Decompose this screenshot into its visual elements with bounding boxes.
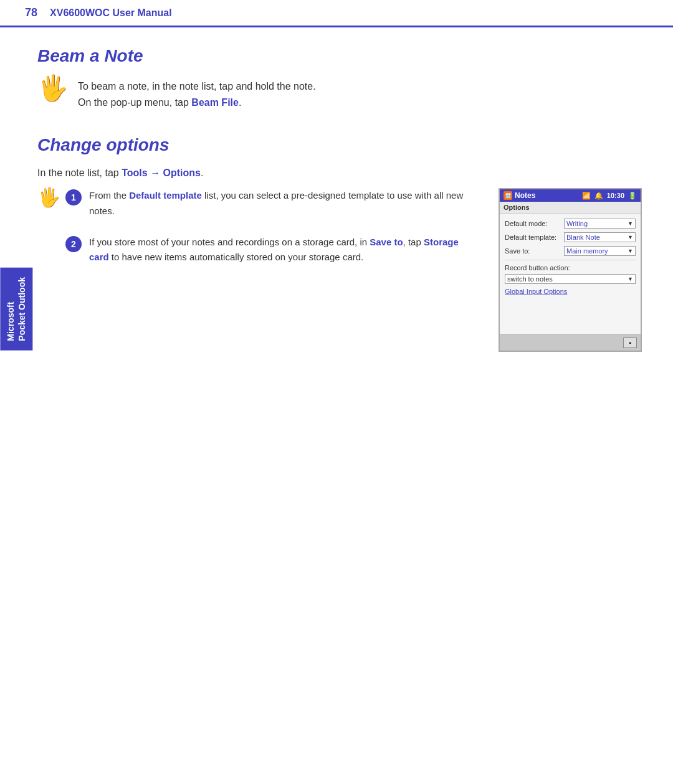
default-template-dropdown[interactable]: Blank Note ▼: [564, 232, 636, 242]
titlebar-battery: 🔋: [628, 192, 637, 200]
titlebar-sound: 🔔: [594, 192, 603, 200]
titlebar-signal: 📶: [582, 192, 591, 200]
menu-label: Options: [504, 204, 530, 211]
side-tab-label: Microsoft Pocket Outlook: [0, 268, 32, 351]
beam-hand-icon: 🖐: [37, 75, 69, 100]
intro-paragraph: In the note list, tap Tools → Options.: [37, 168, 642, 179]
beam-section: Beam a Note 🖐 To beam a note, in the not…: [37, 46, 642, 110]
global-input-link[interactable]: Global Input Options: [505, 288, 636, 295]
screenshot-footer: ▪: [500, 334, 641, 351]
step-2-icons: 🖐 2: [37, 235, 82, 253]
record-label: Record button action:: [505, 264, 636, 272]
default-template-label: Default template:: [505, 234, 564, 241]
divider: [505, 260, 636, 260]
step1-hand-icon: 🖐: [37, 188, 60, 207]
titlebar-right: 📶 🔔 10:30 🔋: [582, 192, 637, 200]
record-dropdown-arrow: ▼: [628, 276, 633, 282]
beam-heading: Beam a Note: [37, 46, 642, 66]
beam-description: To beam a note, in the note list, tap an…: [78, 78, 316, 110]
screenshot-panel: 🪟 Notes 📶 🔔 10:30 🔋 Options: [499, 188, 642, 352]
steps-layout: 🖐 1 From the Default template list, you …: [37, 188, 642, 352]
save-to-row: Save to: Main memory ▼: [505, 246, 636, 256]
app-icon: 🪟: [504, 191, 512, 200]
beam-note-row: 🖐 To beam a note, in the note list, tap …: [37, 78, 642, 110]
step-1-icons: 🖐 1: [37, 188, 82, 207]
screenshot-titlebar: 🪟 Notes 📶 🔔 10:30 🔋: [500, 189, 641, 202]
page-header: 78 XV6600WOC User Manual: [0, 0, 673, 27]
default-mode-dropdown[interactable]: Writing ▼: [564, 219, 636, 229]
change-options-section: Change options In the note list, tap Too…: [37, 135, 642, 352]
default-mode-label: Default mode:: [505, 220, 564, 227]
dropdown3-arrow: ▼: [628, 248, 633, 254]
beam-file-link: Beam File: [191, 97, 239, 108]
titlebar-time: 10:30: [607, 192, 624, 199]
tools-options-link: Tools → Options: [122, 168, 201, 178]
step-1-row: 🖐 1 From the Default template list, you …: [37, 188, 480, 219]
manual-title: XV6600WOC User Manual: [50, 7, 172, 19]
step1-text: From the Default template list, you can …: [89, 188, 480, 219]
steps-column: 🖐 1 From the Default template list, you …: [37, 188, 480, 281]
step-2-row: 🖐 2 If you store most of your notes and …: [37, 235, 480, 266]
main-content: Beam a Note 🖐 To beam a note, in the not…: [0, 27, 673, 389]
step2-circle: 2: [65, 236, 82, 252]
titlebar-left: 🪟 Notes: [504, 191, 535, 200]
save-to-link: Save to: [370, 237, 403, 247]
footer-button[interactable]: ▪: [623, 338, 637, 348]
default-template-link: Default template: [129, 190, 202, 201]
save-to-label: Save to:: [505, 247, 564, 255]
step2-text: If you store most of your notes and reco…: [89, 235, 480, 266]
step1-circle: 1: [65, 189, 82, 205]
save-to-dropdown[interactable]: Main memory ▼: [564, 246, 636, 256]
empty-area: [505, 295, 636, 329]
dropdown2-arrow: ▼: [628, 234, 633, 240]
default-template-row: Default template: Blank Note ▼: [505, 232, 636, 242]
default-mode-row: Default mode: Writing ▼: [505, 219, 636, 229]
screenshot-body: Default mode: Writing ▼ Default template…: [500, 214, 641, 334]
change-options-heading: Change options: [37, 135, 642, 155]
screenshot-menubar: Options: [500, 202, 641, 214]
record-dropdown[interactable]: switch to notes ▼: [505, 274, 636, 284]
app-name: Notes: [515, 191, 535, 200]
dropdown1-arrow: ▼: [628, 220, 633, 227]
page-number: 78: [25, 6, 37, 19]
